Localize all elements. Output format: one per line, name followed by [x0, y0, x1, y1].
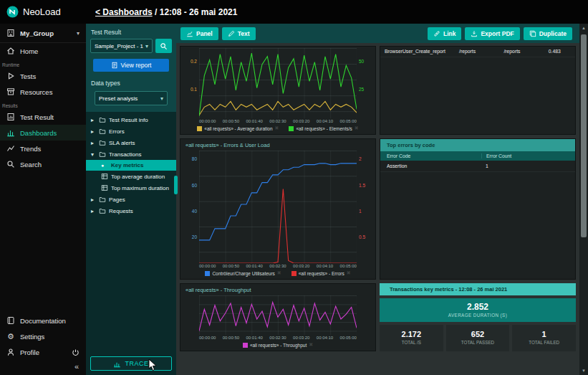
sidebar-item-test-result[interactable]: Test Result: [0, 109, 86, 125]
table-icon: [101, 173, 108, 180]
key-metrics-card[interactable]: Transactions key metrics - 12:08 - 26 ma…: [380, 283, 576, 351]
power-icon[interactable]: [72, 348, 79, 356]
sidebar-section-runtime: Runtime: [0, 59, 86, 68]
remove-series-icon[interactable]: ✖: [277, 270, 281, 276]
scrollbar-thumb[interactable]: [581, 34, 587, 237]
tree-arrow-icon[interactable]: ▾: [91, 151, 96, 158]
cell-element: BrowserUser_Create_report: [385, 49, 459, 54]
stat-value: 652: [446, 330, 510, 338]
requests-table-card[interactable]: BrowserUser_Create_report /reports /repo…: [380, 46, 576, 135]
folder-icon: [99, 207, 106, 214]
tree-item-label: Errors: [109, 128, 125, 135]
view-report-button[interactable]: View report: [93, 59, 169, 72]
remove-series-icon[interactable]: ✖: [275, 125, 279, 131]
table-title: Top errors by code: [380, 139, 575, 151]
search-icon: [6, 160, 15, 168]
column-header-error-count[interactable]: Error Count: [481, 153, 569, 158]
scroll-up-icon[interactable]: ▲: [582, 24, 586, 32]
panel-resize-handle[interactable]: [174, 176, 178, 194]
table-header-row: Error Code Error Count: [380, 151, 575, 161]
average-duration-box: 2.852 AVERAGE DURATION (S): [380, 298, 576, 322]
sidebar-item-label: Tests: [20, 72, 36, 80]
cell-error-code: Assertion: [387, 163, 481, 168]
tree-arrow-icon[interactable]: ▸: [91, 140, 96, 146]
key-metrics-stats: 2.172 TOTAL /S 652 TOTAL PASSED 1 TOTAL …: [380, 325, 576, 351]
sidebar-item-home[interactable]: Home: [0, 43, 86, 59]
tree-arrow-icon[interactable]: ▸: [91, 128, 96, 135]
copy-icon: [529, 30, 536, 37]
tree-arrow-icon[interactable]: ▸: [91, 196, 96, 203]
sidebar-item-profile[interactable]: Profile: [0, 344, 86, 360]
link-button[interactable]: Link: [428, 27, 461, 40]
chart-card-errors-userload[interactable]: «all requests» - Errors & User Load 80 6…: [180, 138, 376, 280]
remove-series-icon[interactable]: ✖: [347, 270, 351, 276]
search-project-button[interactable]: [155, 39, 172, 53]
table-row[interactable]: Assertion 1: [380, 161, 575, 172]
chart-card-avg-elements[interactable]: 0.2 0.1 50 25 00:00:0000:00:5000:01:4000…: [180, 46, 376, 135]
export-pdf-button[interactable]: Export PDF: [465, 27, 519, 40]
trace-button[interactable]: TRACE: [90, 356, 172, 371]
group-selector[interactable]: My_Group ▾: [0, 24, 86, 43]
play-icon: [6, 72, 15, 80]
sidebar-collapse-button[interactable]: «: [0, 360, 86, 375]
tree-item-label: Top average duration: [111, 174, 165, 180]
chevron-down-icon: ▾: [145, 43, 148, 49]
duplicate-button[interactable]: Duplicate: [524, 27, 572, 40]
add-panel-button[interactable]: Panel: [180, 27, 218, 40]
sidebar-item-resources[interactable]: Resources: [0, 84, 86, 100]
tree-item-transactions[interactable]: ▾ Transactions: [86, 148, 176, 160]
y-axis-label: 0.2: [183, 60, 197, 65]
preset-analysis-select[interactable]: Preset analysis ▾: [95, 91, 168, 105]
sidebar-item-search[interactable]: Search: [0, 156, 86, 172]
tree-item-requests[interactable]: ▸ Requests: [86, 205, 176, 217]
sidebar-item-tests[interactable]: Tests: [0, 68, 86, 84]
sidebar-item-settings[interactable]: ⚙ Settings: [0, 328, 86, 344]
sidebar-item-label: Search: [20, 161, 42, 168]
column-header-error-code[interactable]: Error Code: [387, 153, 481, 158]
page-title: < Dashboards / 12:08 - 26 mai 2021: [86, 7, 237, 17]
sidebar-item-documentation[interactable]: Documentation: [0, 313, 86, 328]
folder-icon: [99, 196, 106, 203]
tree-item-test-result-info[interactable]: ▸ Test Result info: [86, 114, 176, 125]
remove-series-icon[interactable]: ✖: [355, 125, 359, 131]
tree-item-sla-alerts[interactable]: ▸ SLA alerts: [86, 137, 176, 148]
trend-line-icon: [6, 144, 15, 153]
legend-item: «all requests» - Average duration✖: [197, 125, 279, 131]
sidebar-bottom: Documentation ⚙ Settings Profile «: [0, 313, 86, 375]
tree-item-top-average-duration[interactable]: Top average duration: [86, 171, 176, 182]
average-duration-label: AVERAGE DURATION (S): [380, 313, 576, 318]
y-axis-label: 60: [183, 184, 197, 189]
tree-item-top-maximum-duration[interactable]: Top maximum duration: [86, 182, 176, 194]
y-axis-label: 0.5: [359, 235, 373, 240]
download-icon: [471, 30, 478, 37]
tree-item-label: Transactions: [109, 151, 142, 158]
tree-arrow-icon[interactable]: ▸: [91, 208, 96, 214]
sidebar-item-dashboards[interactable]: Dashboards: [0, 125, 86, 141]
chart-card-throughput[interactable]: «all requests» - Throughput 00:00:0000:0…: [180, 283, 376, 351]
project-select[interactable]: Sample_Project - 1 ▾: [90, 39, 153, 53]
remove-series-icon[interactable]: ✖: [309, 342, 313, 348]
add-text-button[interactable]: Text: [222, 27, 256, 40]
archive-icon: [6, 87, 15, 96]
tree-arrow-icon[interactable]: ▸: [91, 117, 96, 123]
sidebar-item-trends[interactable]: Trends: [0, 141, 86, 156]
scroll-down-icon[interactable]: ▼: [582, 366, 586, 375]
topbar: NeoLoad < Dashboards / 12:08 - 26 mai 20…: [0, 0, 588, 24]
neoload-logo-icon: [6, 6, 19, 18]
legend-item: «all requests» - Errors✖: [291, 270, 351, 276]
link-icon: [433, 30, 440, 37]
tree-item-pages[interactable]: ▸ Pages: [86, 194, 176, 205]
main-scrollbar[interactable]: ▲ ▼: [579, 24, 588, 375]
tree-item-errors[interactable]: ▸ Errors: [86, 125, 176, 137]
folder-icon: [99, 139, 106, 146]
dashboards-back-link[interactable]: < Dashboards: [95, 7, 153, 17]
y-axis-label: 25: [359, 87, 373, 92]
person-icon: [6, 348, 15, 356]
bullet-icon: ●: [101, 163, 108, 168]
errors-userload-line-chart: [199, 151, 357, 263]
table-row[interactable]: BrowserUser_Create_report /reports /repo…: [380, 47, 575, 57]
table-icon: [101, 184, 108, 191]
top-errors-card[interactable]: Top errors by code Error Code Error Coun…: [380, 138, 576, 280]
tree-item-key-metrics[interactable]: ● Key metrics: [86, 160, 176, 171]
chart-title: «all requests» - Errors & User Load: [180, 139, 375, 149]
